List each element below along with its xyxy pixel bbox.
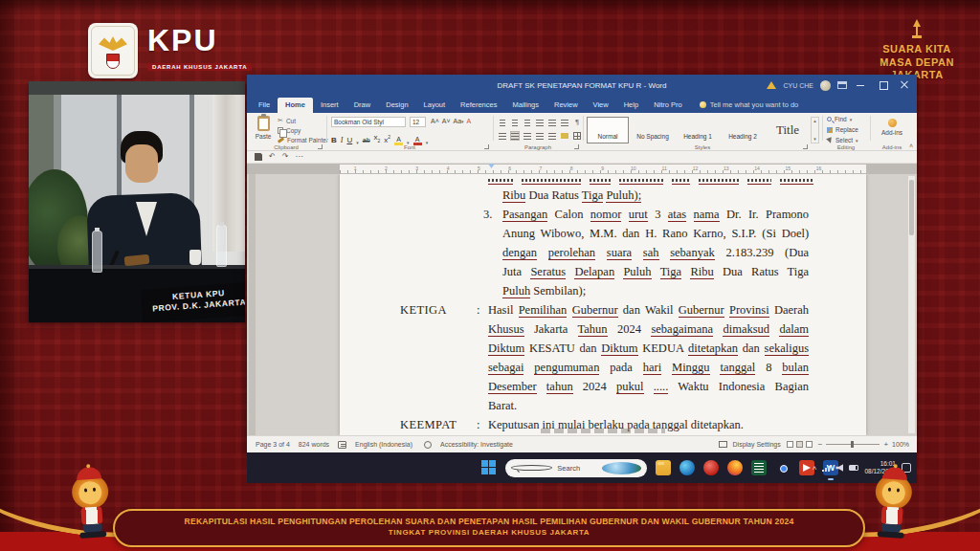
align-right-button[interactable] [523, 131, 532, 141]
tab-home[interactable]: Home [278, 98, 313, 113]
document-line[interactable]: Khusus Jakarta Tahun 2024 sebagaimana di… [340, 320, 866, 339]
zoom-out-button[interactable]: − [818, 441, 823, 449]
taskbar-app-app-red[interactable] [703, 460, 719, 475]
multilevel-list-button[interactable] [523, 118, 532, 127]
align-center-button[interactable] [510, 131, 520, 141]
document-line[interactable]: Barat. [340, 396, 866, 415]
justify-button[interactable] [535, 131, 545, 141]
grow-font-button[interactable]: A˄ [431, 117, 439, 126]
font-name-select[interactable]: Bookman Old Styl [331, 117, 406, 127]
document-line[interactable]: Puluh Sembilan); [340, 281, 866, 300]
addins-button-label[interactable]: Add-ins [871, 129, 913, 136]
paste-button[interactable]: Paste [251, 116, 276, 144]
font-size-select[interactable]: 12 [410, 117, 426, 127]
horizontal-ruler[interactable]: 12345678910111213141516 [247, 164, 917, 174]
tab-file[interactable]: File [251, 98, 278, 113]
zoom-slider[interactable] [826, 444, 880, 445]
increase-indent-button[interactable] [547, 118, 557, 127]
style-normal[interactable]: Normal [587, 117, 629, 143]
bullets-button[interactable] [498, 118, 507, 127]
style-heading-2[interactable]: Heading 2 [722, 117, 764, 143]
qat-more-icon[interactable]: ⋯ [295, 152, 302, 162]
collapse-ribbon-icon[interactable]: ˄ [909, 143, 913, 149]
tell-me-box[interactable]: Tell me what you want to do [700, 100, 799, 113]
clear-formatting-button[interactable]: A [467, 117, 472, 126]
tab-insert[interactable]: Insert [313, 98, 346, 113]
web-layout-button[interactable] [806, 441, 813, 448]
numbering-button[interactable] [510, 118, 520, 127]
vertical-scrollbar[interactable] [908, 176, 915, 433]
tray-overflow-icon[interactable]: ˄ [813, 464, 817, 473]
change-case-button[interactable]: Aa▾ [454, 117, 464, 126]
tab-mailings[interactable]: Mailings [504, 98, 546, 113]
paragraph-dialog-launcher[interactable] [574, 144, 579, 149]
minimize-button[interactable] [854, 78, 869, 92]
close-button[interactable] [898, 78, 913, 92]
undo-icon[interactable]: ↶ [269, 152, 276, 162]
account-label[interactable]: CYU CHE [783, 82, 813, 89]
taskbar-app-file-explorer[interactable] [656, 460, 671, 475]
print-layout-button[interactable] [796, 441, 803, 448]
scrollbar-thumb[interactable] [909, 180, 914, 235]
style-no-spacing[interactable]: No Spacing [632, 117, 674, 143]
tab-help[interactable]: Help [616, 98, 646, 113]
find-button[interactable]: Find▾ [827, 115, 869, 123]
tab-nitro-pro[interactable]: Nitro Pro [646, 98, 690, 113]
document-line[interactable]: Anung Wibowo, M.M. dan H. Rano Karno, S.… [340, 224, 866, 243]
subscript-button[interactable]: x2 [374, 133, 381, 145]
align-left-button[interactable] [498, 131, 507, 141]
tab-design[interactable]: Design [378, 98, 415, 113]
accessibility-status[interactable]: Accessibility: Investigate [440, 441, 513, 448]
save-icon[interactable] [255, 153, 262, 161]
show-formatting-marks-button[interactable]: ¶ [572, 118, 582, 127]
borders-button[interactable] [572, 131, 582, 141]
styles-dialog-launcher[interactable] [803, 144, 808, 149]
tab-review[interactable]: Review [546, 98, 586, 113]
word-count[interactable]: 824 words [299, 441, 329, 448]
document-line[interactable]: 3.Pasangan Calon nomor urut 3 atas nama … [340, 205, 866, 224]
shading-button[interactable] [560, 131, 569, 141]
copy-button[interactable]: Copy [278, 126, 328, 134]
style-heading-1[interactable]: Heading 1 [677, 117, 719, 143]
document-line[interactable]: dengan perolehan suara sah sebanyak 2.18… [340, 243, 866, 262]
document-line[interactable]: Desember tahun 2024 pukul ..... Waktu In… [340, 377, 866, 396]
tab-references[interactable]: References [453, 98, 504, 113]
zoom-control[interactable]: − + 100% [818, 441, 909, 449]
sort-button[interactable] [560, 118, 569, 127]
tab-draw[interactable]: Draw [346, 98, 379, 113]
select-button[interactable]: Select▾ [827, 136, 869, 144]
warning-icon[interactable] [767, 81, 776, 89]
clipboard-dialog-launcher[interactable] [318, 144, 323, 149]
taskbar-app-chrome[interactable] [775, 460, 791, 475]
document-line[interactable]: KETIGA:Hasil Pemilihan Gubernur dan Waki… [340, 300, 866, 320]
document-lines[interactable]: Ribu Dua Ratus Tiga Puluh); 3.Pasangan C… [340, 186, 866, 434]
styles-scroll[interactable]: ▴▾ [811, 117, 819, 143]
document-page[interactable]: Ribu Dua Ratus Tiga Puluh); 3.Pasangan C… [340, 174, 866, 435]
read-mode-button[interactable] [787, 441, 793, 448]
style-title[interactable]: Title [767, 117, 809, 143]
proofing-icon[interactable] [338, 441, 346, 449]
tab-layout[interactable]: Layout [416, 98, 454, 113]
zoom-knob[interactable] [851, 441, 854, 448]
cut-button[interactable]: ✂Cut [278, 117, 328, 124]
decrease-indent-button[interactable] [535, 118, 545, 127]
ribbon-display-options-icon[interactable] [837, 81, 847, 89]
replace-button[interactable]: Replace [827, 125, 869, 134]
account-avatar[interactable] [820, 80, 831, 91]
superscript-button[interactable]: x2 [384, 132, 390, 145]
restore-button[interactable] [876, 78, 891, 92]
weather-icon[interactable] [602, 462, 641, 474]
page-indicator[interactable]: Page 3 of 4 [256, 441, 290, 448]
display-settings-label[interactable]: Display Settings [733, 441, 781, 448]
display-settings-icon[interactable] [719, 441, 727, 448]
document-line[interactable]: Diktum KESATU dan Diktum KEDUA ditetapka… [340, 339, 866, 358]
addins-icon[interactable] [888, 119, 897, 127]
document-line[interactable]: Juta Seratus Delapan Puluh Tiga Ribu Dua… [340, 262, 866, 281]
shrink-font-button[interactable]: A˅ [442, 117, 451, 126]
start-button[interactable] [481, 460, 497, 475]
taskbar-app-firefox[interactable] [727, 460, 743, 475]
language-indicator[interactable]: English (Indonesia) [355, 441, 412, 448]
line-spacing-button[interactable] [547, 131, 557, 141]
font-dialog-launcher[interactable] [484, 144, 489, 149]
zoom-in-button[interactable]: + [883, 441, 888, 449]
